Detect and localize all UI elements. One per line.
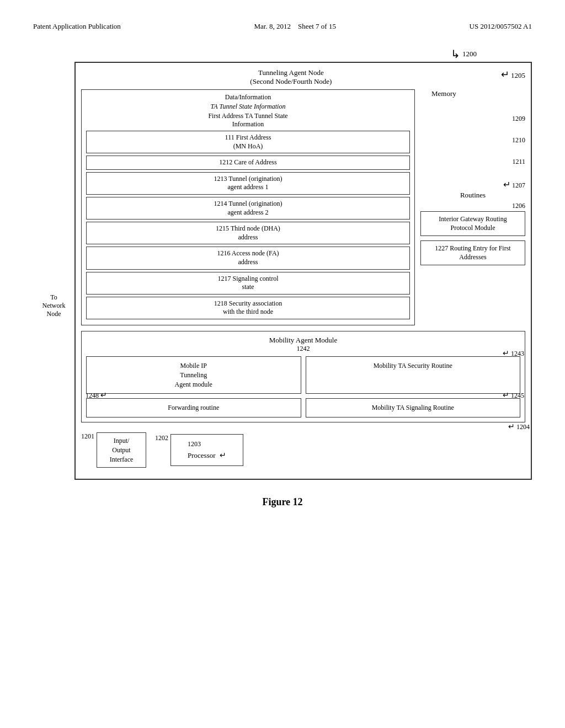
- main-number-callout: ↳ 1200: [77, 47, 477, 61]
- number-1209: 1209: [512, 115, 525, 123]
- item-1212: 1212 Care of Address: [86, 156, 410, 170]
- diagram: ↳ 1200 To Network Node Tunneling Agent N…: [33, 47, 532, 480]
- mobility-grid: Mobile IPTunnelingAgent module ↵ 1243 Mo…: [86, 356, 520, 417]
- igp-module-box: Interior Gateway RoutingProtocol Module: [420, 211, 525, 236]
- mobility-ta-signaling-box: ↵ 1245 Mobility TA Signaling Routine: [306, 398, 521, 417]
- mobility-section-wrapper: Mobility Agent Module 1242 Mobile IPTunn…: [81, 331, 525, 422]
- io-number: 1201: [81, 432, 94, 441]
- mobility-section: Mobility Agent Module 1242 Mobile IPTunn…: [81, 331, 525, 422]
- page: Patent Application Publication Mar. 8, 2…: [0, 0, 565, 728]
- number-1206: 1206: [420, 202, 525, 210]
- two-column-layout: Data/Information TA Tunnel State Informa…: [81, 89, 525, 325]
- page-header: Patent Application Publication Mar. 8, 2…: [33, 22, 532, 31]
- mobility-ta-security-box: ↵ 1243 Mobility TA Security Routine: [306, 356, 521, 394]
- number-1243: ↵ 1243: [503, 348, 524, 359]
- bottom-row: 1201 Input/ Output Interface 1202 1203 P…: [81, 432, 525, 473]
- side-to-label: To: [50, 293, 57, 302]
- header-right: US 2012/0057502 A1: [470, 22, 532, 31]
- number-1245: ↵ 1245: [503, 390, 524, 401]
- diagram-body: To Network Node Tunneling Agent Node (Se…: [33, 62, 532, 480]
- number-1204: ↵ 1204: [508, 422, 530, 431]
- memory-label-area: Memory 1209 1210 1211: [420, 89, 525, 166]
- data-section: Data/Information TA Tunnel State Informa…: [81, 89, 415, 325]
- header-center: Mar. 8, 2012 Sheet 7 of 15: [254, 22, 336, 31]
- number-1207: ↵ 1207: [420, 179, 525, 190]
- data-info-box: Data/Information TA Tunnel State Informa…: [81, 89, 415, 325]
- side-labels: To Network Node: [33, 62, 74, 318]
- header-left: Patent Application Publication: [33, 22, 121, 31]
- io-box: Input/ Output Interface: [97, 432, 146, 468]
- processor-number1: 1202: [155, 434, 168, 442]
- item-111: 111 First Address(MN HoA): [86, 131, 410, 153]
- forwarding-box: 1248 ↵ Forwarding routine: [86, 398, 301, 417]
- item-1215: 1215 Third node (DHA)address: [86, 222, 410, 244]
- memory-label: Memory: [431, 89, 456, 98]
- number-1211: 1211: [512, 158, 525, 166]
- processor-section: 1202 1203 Processor ↵: [155, 434, 243, 466]
- io-section: 1201 Input/ Output Interface: [81, 432, 146, 468]
- item-1218: 1218 Security associationwith the third …: [86, 297, 410, 319]
- number-1248: 1248 ↵: [86, 390, 107, 401]
- outer-box-title: Tunneling Agent Node (Second Node/Fourth…: [81, 68, 501, 86]
- memory-routines-section: Memory 1209 1210 1211 ↵ 1207: [420, 89, 525, 325]
- mobile-ip-tunneling-box: Mobile IPTunnelingAgent module: [86, 356, 301, 394]
- item-1213: 1213 Tunnel (origination)agent address 1: [86, 172, 410, 195]
- processor-number2: 1203: [188, 440, 226, 448]
- side-network-label: Network: [42, 302, 66, 310]
- side-node-label: Node: [47, 310, 61, 318]
- first-address-line2: Information: [86, 120, 410, 129]
- routing-entry-box: 1227 Routing Entry for First Addresses: [420, 240, 525, 265]
- outer-box-header: Tunneling Agent Node (Second Node/Fourth…: [81, 68, 525, 86]
- item-1214: 1214 Tunnel (origination)agent address 2: [86, 197, 410, 220]
- mobility-title: Mobility Agent Module: [86, 336, 520, 345]
- ta-tunnel-state: TA Tunnel State Information: [86, 103, 410, 111]
- outer-box: Tunneling Agent Node (Second Node/Fourth…: [74, 62, 532, 480]
- mobility-number-1242: 1242: [86, 345, 520, 353]
- number-1210: 1210: [512, 136, 525, 144]
- processor-box: 1203 Processor ↵: [170, 434, 243, 466]
- data-info-title: Data/Information: [86, 93, 410, 101]
- outer-box-number: ↵ 1205: [501, 68, 525, 81]
- item-1216: 1216 Access node (FA)address: [86, 247, 410, 269]
- item-1217: 1217 Signaling controlstate: [86, 272, 410, 295]
- first-address-line1: First Address TA Tunnel State: [86, 112, 410, 120]
- main-number-label: 1200: [462, 50, 477, 58]
- figure-caption: Figure 12: [33, 496, 532, 508]
- routines-area: ↵ 1207 Routines 1206 Interior Gateway Ro…: [420, 179, 525, 265]
- processor-label: Processor: [188, 451, 216, 459]
- routines-label: Routines: [420, 191, 525, 200]
